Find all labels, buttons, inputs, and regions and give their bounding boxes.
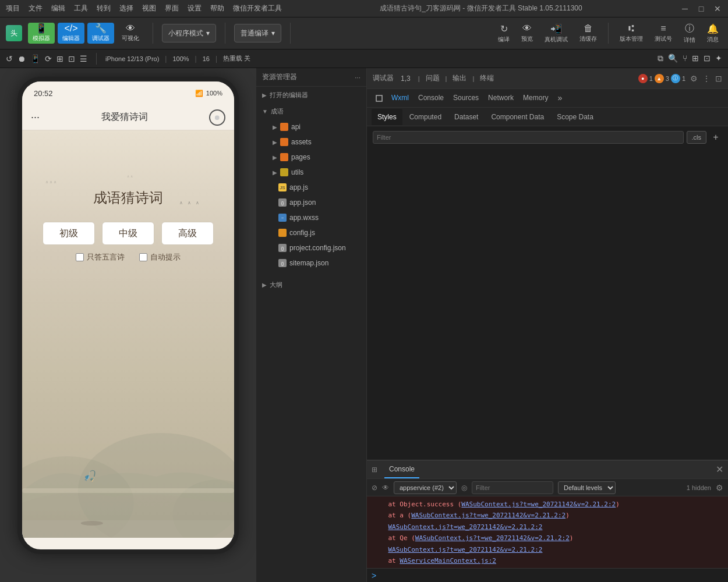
menu-btn[interactable]: ☰ [80,54,87,63]
console-link-1[interactable]: WASubContext.js?t=we_20721142&v=2.21.2:2 [461,501,616,508]
tab-memory[interactable]: Memory [518,88,553,109]
menu-item-settings[interactable]: 设置 [188,3,202,13]
open-editors-header[interactable]: ▶ 打开的编辑器 [256,87,366,103]
console-link-2[interactable]: WASubContext.js?t=we_20721142&v=2.21.2:2 [411,512,566,519]
devtools-more-icon[interactable]: ⋮ [702,74,711,83]
file-appwxss[interactable]: ~ app.wxss [256,210,366,225]
miniprogram-mode-dropdown[interactable]: 小程序模式 ▾ [162,24,216,42]
detail-btn[interactable]: ⓘ 详情 [680,23,699,44]
star-icon[interactable]: ✦ [715,54,722,63]
level-mid-btn[interactable]: 中级 [102,222,154,245]
console-target-icon[interactable]: ◎ [461,484,467,492]
menu-bar[interactable]: 项目 文件 编辑 工具 转到 选择 视图 界面 设置 帮助 微信开发者工具 [6,3,282,13]
menu-item-goto[interactable]: 转到 [97,3,111,13]
tab-sources[interactable]: Sources [448,88,483,109]
console-collapse-icon[interactable]: ⊞ [372,466,380,474]
checkbox-auto-box[interactable] [139,253,147,261]
checkbox-wuyan-box[interactable] [76,253,84,261]
grid-icon[interactable]: ⊞ [692,54,699,63]
stop-btn[interactable]: ⏺ [17,54,26,63]
inspector-tab-component[interactable]: Component Data [485,109,550,125]
hotreload-toggle[interactable]: 热重载 关 [223,54,250,63]
menu-item-help[interactable]: 帮助 [210,3,224,13]
menu-item-tools[interactable]: 工具 [74,3,88,13]
inspector-tab-computed[interactable]: Computed [404,109,447,125]
rotate-btn[interactable]: ⟳ [45,54,52,63]
window-controls[interactable]: ─ □ ✕ [680,4,722,13]
share-icon[interactable]: ⊡ [704,54,711,63]
nav-back-icon[interactable]: ··· [31,111,40,123]
test-btn[interactable]: ≡ 测试号 [651,23,676,43]
console-link-3[interactable]: WASubContext.js?t=we_20721142&v=2.21.2:2 [388,523,543,531]
close-button[interactable]: ✕ [713,4,722,13]
project-header[interactable]: ▼ 成语 [256,103,366,119]
menu-item-select[interactable]: 选择 [119,3,133,13]
file-projectconfig[interactable]: {} project.config.json [256,240,366,255]
version-btn[interactable]: ⑆ 版本管理 [616,23,646,43]
simulator-btn[interactable]: 📱 模拟器 [28,23,55,44]
folder-pages[interactable]: ▶ pages [256,150,366,165]
debugger-btn[interactable]: 🔧 调试器 [87,23,114,44]
panel-menu-btn[interactable]: ··· [355,73,361,81]
checkbox-auto[interactable]: 自动提示 [139,252,181,262]
file-sitemap[interactable]: {} sitemap.json [256,255,366,271]
real-debug-btn[interactable]: 📲 真机调试 [541,23,571,44]
inspector-tab-scope[interactable]: Scope Data [551,109,599,125]
console-eye-icon[interactable]: 👁 [382,484,389,492]
message-btn[interactable]: 🔔 消息 [704,23,722,44]
preview-btn[interactable]: 👁 预览 [518,23,536,43]
search-icon[interactable]: 🔍 [668,54,678,63]
nav-circle-btn[interactable]: ⏺ [209,109,225,126]
inspector-tab-styles[interactable]: Styles [372,109,402,125]
folder-utils[interactable]: ▶ utils [256,165,366,180]
console-input-field[interactable] [380,572,723,580]
editor-btn[interactable]: </> 编辑器 [58,23,84,44]
console-tab-title[interactable]: Console [384,460,419,478]
devtools-settings-icon[interactable]: ⚙ [690,74,698,83]
console-filter-input[interactable] [472,481,553,494]
compile-btn[interactable]: ↻ 编译 [494,23,513,44]
level-easy-btn[interactable]: 初级 [43,222,95,245]
tab-wxml[interactable]: Wxml [387,88,414,109]
folder-assets[interactable]: ▶ assets [256,134,366,150]
cls-button[interactable]: .cls [687,131,707,144]
clear-cache-btn[interactable]: 🗑 清缓存 [576,23,600,43]
menu-item-file[interactable]: 文件 [29,3,43,13]
expand-btn[interactable]: ⊡ [68,54,75,63]
visual-btn[interactable]: 👁 可视化 [117,23,144,44]
file-appjs[interactable]: JS app.js [256,180,366,195]
level-hard-btn[interactable]: 高级 [161,222,214,245]
copy-icon[interactable]: ⧉ [658,54,663,63]
maximize-button[interactable]: □ [697,4,706,13]
selector-icon[interactable] [372,89,387,108]
checkbox-wuyan[interactable]: 只答五言诗 [76,252,125,262]
menu-item-ui[interactable]: 界面 [165,3,179,13]
refresh-btn[interactable]: ↺ [6,54,13,63]
folder-api[interactable]: ▶ api [256,119,366,134]
compile-mode-dropdown[interactable]: 普通编译 ▾ [234,24,281,42]
console-link-5[interactable]: WASubContext.js?t=we_20721142&v=2.21.2:2 [388,546,543,553]
menu-item-edit[interactable]: 编辑 [51,3,65,13]
outline-header[interactable]: ▶ 大纲 [256,276,366,293]
tab-network[interactable]: Network [483,88,518,109]
tab-console[interactable]: Console [414,88,448,109]
inspector-tab-dataset[interactable]: Dataset [448,109,484,125]
add-style-button[interactable]: + [709,131,722,144]
appservice-select[interactable]: appservice (#2) [394,481,457,494]
console-settings-icon[interactable]: ⚙ [716,483,723,492]
file-appjson[interactable]: {} app.json [256,195,366,210]
menu-item-wechat[interactable]: 微信开发者工具 [233,3,282,13]
console-link-4[interactable]: WASubContext.js?t=we_20721142&v=2.21.2:2 [415,534,570,542]
zoom-level[interactable]: 100% [172,55,189,62]
file-configjs[interactable]: config.js [256,225,366,240]
tab-more[interactable]: » [553,88,567,109]
menu-item-view[interactable]: 视图 [142,3,156,13]
devtools-dock-icon[interactable]: ⊡ [715,74,722,83]
console-close-btn[interactable]: ✕ [716,464,723,475]
menu-item-project[interactable]: 项目 [6,3,20,13]
log-level-select[interactable]: Default levels [558,481,616,494]
git-icon[interactable]: ⑂ [683,54,687,63]
console-clear-icon[interactable]: ⊘ [372,484,377,492]
console-link-6[interactable]: WAServiceMainContext.js:2 [400,557,496,565]
style-filter-input[interactable] [373,131,684,144]
